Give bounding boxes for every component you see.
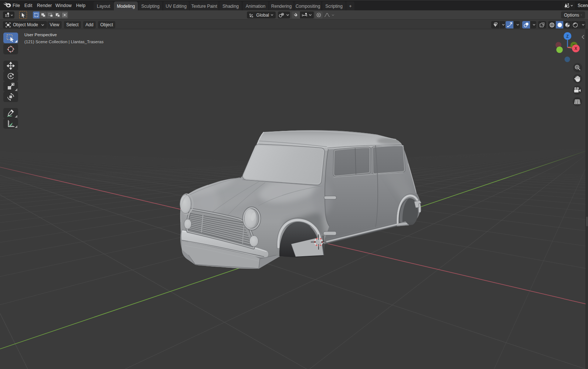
- svg-text:X: X: [574, 46, 577, 51]
- svg-text:(121) Scene Collection | Llant: (121) Scene Collection | Llantas_Trasera…: [24, 40, 103, 44]
- svg-text:User Perspective: User Perspective: [24, 33, 57, 37]
- svg-text:Z: Z: [566, 34, 569, 38]
